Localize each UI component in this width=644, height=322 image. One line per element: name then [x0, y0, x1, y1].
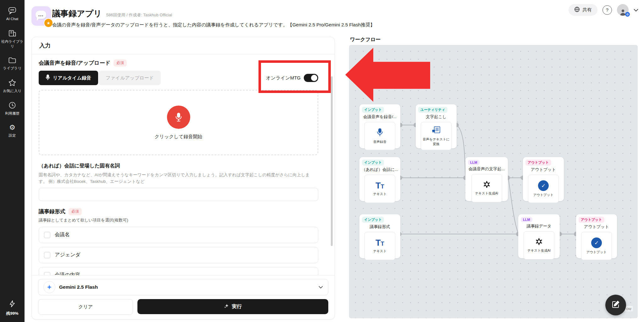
ai-model-icon [483, 181, 491, 189]
sidebar-item-settings[interactable]: ⚙ 設定 [1, 124, 24, 138]
node-card: TT テキスト [364, 232, 395, 260]
format-option-row[interactable]: アジェンダ [39, 247, 318, 263]
format-helper-text: 議事録としてまとめて欲しい項目を選択(複数可) [39, 217, 318, 223]
format-option-row[interactable]: 会議名 [39, 227, 318, 243]
format-option-label: アジェンダ [55, 252, 80, 258]
workflow-node-nouns-input[interactable]: インプット （あれば）会話に... TT テキスト [359, 157, 400, 201]
node-title: （あれば）会話に... [361, 167, 398, 172]
sidebar-item-company-library[interactable]: 社内ライブラリ [1, 30, 24, 49]
sidebar-item-library[interactable]: ライブラリ [1, 57, 24, 71]
star-icon [8, 79, 16, 86]
node-title: アウトプット [525, 167, 562, 172]
clock-icon [8, 101, 16, 109]
edit-icon [612, 300, 620, 310]
text-icon: TT [375, 182, 384, 190]
format-option-row[interactable]: 会議の内容 [39, 267, 318, 275]
globe-icon [574, 7, 580, 13]
node-badge: ユーティリティ [418, 107, 447, 113]
sidebar-item-label: 設定 [9, 133, 16, 138]
sidebar-item-label: 利用履歴 [5, 111, 19, 116]
workflow-canvas[interactable]: インプット 会議音声を録音/... 音声録音 ユーティリティ 文字起こし 音声を… [349, 45, 638, 318]
record-button[interactable] [167, 106, 190, 129]
workflow-node-output-1[interactable]: アウトプット アウトプット ✓ アウトプット [523, 157, 564, 201]
workflow-node-output-2[interactable]: アウトプット アウトプット ✓ アウトプット [576, 214, 617, 258]
run-label: 実行 [232, 303, 242, 310]
credit-remaining-label: 残99% [6, 311, 18, 316]
node-card: ✓ アウトプット [528, 175, 559, 203]
record-dropzone[interactable]: クリックして録音開始 [39, 90, 318, 155]
sidebar-item-ai-chat[interactable]: AI Chat [1, 7, 24, 21]
checkbox[interactable] [44, 272, 50, 275]
format-option-label: 会議名 [55, 232, 70, 238]
workflow-node-transcribe[interactable]: ユーティリティ 文字起こし 音声をテキストに変換 [416, 104, 457, 148]
sidebar-item-favorites[interactable]: お気に入り [1, 79, 24, 93]
sidebar-item-label: AI Chat [6, 17, 18, 21]
help-label: ? [606, 7, 608, 13]
lightning-icon [9, 300, 16, 309]
clear-label: クリア [78, 304, 93, 310]
required-badge: 必須 [69, 208, 82, 215]
ai-model-icon [535, 238, 543, 247]
checkbox[interactable] [44, 232, 50, 238]
node-icon-label: 音声録音 [373, 139, 386, 144]
nouns-helper-text: 固有名詞や、カタカナなど、AIが間違えそうなキーワードをカンマ区切りで入力しまし… [39, 172, 318, 185]
panel-scrollbar[interactable] [331, 76, 333, 246]
sidebar-item-history[interactable]: 利用履歴 [1, 101, 24, 116]
gear-icon: ⚙ [9, 124, 15, 131]
workflow-node-audio-input[interactable]: インプット 会議音声を録音/... 音声録音 [359, 104, 400, 148]
node-card: テキスト生成AI [524, 231, 554, 259]
input-panel: 入力 会議音声を録音/アップロード 必須 リアルタイム録音 ファイルアップロード… [31, 37, 335, 319]
user-menu[interactable]: ⚙ [617, 4, 629, 16]
tab-realtime-label: リアルタイム録音 [53, 75, 91, 81]
format-section-label: 議事録形式 [39, 208, 65, 215]
node-badge: アウトプット [525, 160, 551, 166]
check-icon: ✓ [538, 180, 549, 191]
audio-section-label: 会議音声を録音/アップロード [39, 59, 110, 67]
node-badge: インプット [362, 217, 384, 223]
panel-footer: Gemini 2.5 Flash クリア 実行 [32, 275, 335, 319]
clear-button[interactable]: クリア [38, 299, 133, 315]
sparkle-icon [43, 281, 55, 293]
required-badge: 必須 [114, 59, 127, 67]
node-card: 音声録音 [364, 122, 395, 150]
check-icon: ✓ [591, 237, 602, 248]
node-card: ✓ アウトプット [581, 232, 612, 260]
workflow-node-transcript-llm[interactable]: LLM 会議音声の文字起... テキスト生成AI [465, 157, 508, 201]
share-button[interactable]: 共有 [569, 4, 597, 16]
mic-icon [377, 128, 383, 138]
tab-file-upload[interactable]: ファイルアップロード [99, 71, 161, 85]
model-label: Gemini 2.5 Flash [59, 284, 98, 290]
node-icon-label: アウトプット [533, 193, 553, 197]
folder-icon [8, 57, 16, 64]
model-select[interactable]: Gemini 2.5 Flash [38, 279, 328, 295]
tab-realtime-record[interactable]: リアルタイム録音 [39, 71, 98, 85]
page-description: 会議の音声を録音/音声データのアップロードを行うと、指定した内容の議事録を作成し… [52, 22, 375, 28]
online-mtg-toggle[interactable] [304, 74, 318, 82]
node-title: 会議音声を録音/... [361, 114, 398, 120]
panel-body: 会議音声を録音/アップロード 必須 リアルタイム録音 ファイルアップロード オン… [32, 54, 335, 275]
node-title: 会議音声の文字起... [467, 166, 506, 172]
text-icon: TT [375, 239, 384, 247]
sidebar-item-label: ライブラリ [3, 66, 22, 71]
workflow-node-minutes-llm[interactable]: LLM 議事録データ テキスト生成AI [518, 214, 560, 258]
checkbox[interactable] [44, 252, 50, 258]
run-button[interactable]: 実行 [137, 299, 328, 314]
nouns-input[interactable] [39, 188, 318, 201]
chevron-down-icon[interactable] [634, 7, 638, 13]
workflow-node-format-input[interactable]: インプット 議事録形式 TT テキスト [359, 214, 400, 258]
avatar-gear-icon: ⚙ [625, 12, 630, 17]
speech-to-text-icon [432, 126, 441, 135]
share-label: 共有 [582, 7, 592, 13]
node-icon-label: テキスト [373, 249, 387, 253]
chevron-down-icon [319, 284, 323, 290]
format-option-label: 会議の内容 [55, 272, 80, 275]
chat-icon [8, 7, 16, 14]
credit-remaining: 残99% [6, 300, 18, 316]
edit-workflow-button[interactable] [605, 295, 626, 315]
sidebar: AI Chat 社内ライブラリ ライブラリ お気に入り [0, 0, 25, 322]
sidebar-item-label: 社内ライブラリ [1, 39, 24, 49]
node-title: 文字起こし [418, 114, 455, 120]
help-button[interactable]: ? [602, 5, 612, 15]
panel-title: 入力 [32, 37, 335, 54]
page-title: 議事録アプリ [52, 8, 102, 19]
